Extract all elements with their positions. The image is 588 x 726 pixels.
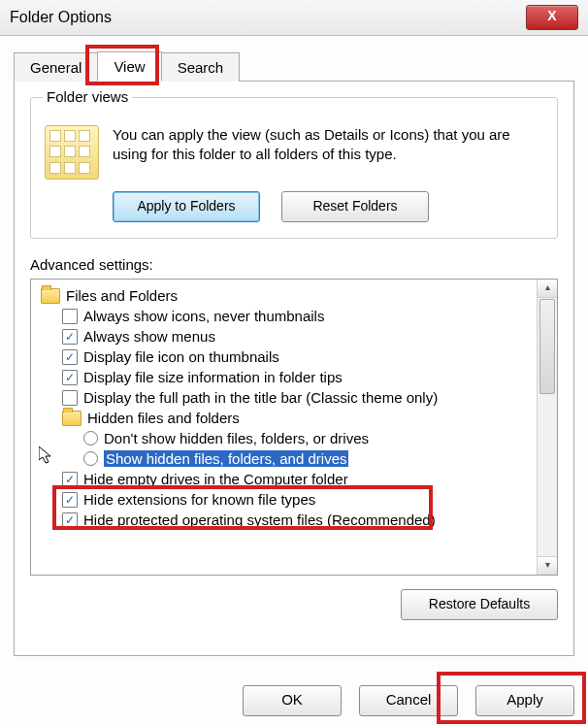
- reset-folders-button[interactable]: Reset Folders: [281, 191, 429, 222]
- apply-label: Apply: [506, 691, 543, 708]
- opt-hide-extensions[interactable]: Hide extensions for known file types: [41, 489, 534, 510]
- cursor-icon: [39, 446, 54, 466]
- checkbox-icon[interactable]: [62, 329, 78, 345]
- tab-search-label: Search: [178, 59, 224, 76]
- scroll-down-button[interactable]: ▾: [538, 556, 557, 575]
- opt-display-file-size[interactable]: Display file size information in folder …: [41, 367, 534, 387]
- cancel-label: Cancel: [386, 691, 432, 708]
- checkbox-icon[interactable]: [62, 309, 78, 324]
- opt-label: Hide protected operating system files (R…: [83, 512, 436, 528]
- advanced-settings-tree[interactable]: Files and Folders Always show icons, nev…: [30, 279, 558, 576]
- opt-hidden-show[interactable]: Show hidden files, folders, and drives: [41, 448, 534, 469]
- opt-label: Always show menus: [83, 328, 215, 345]
- opt-label: Always show icons, never thumbnails: [83, 308, 324, 324]
- apply-button[interactable]: Apply: [475, 685, 574, 716]
- ok-label: OK: [281, 691, 303, 708]
- opt-hidden-dont-show[interactable]: Don't show hidden files, folders, or dri…: [41, 428, 534, 448]
- opt-label: Don't show hidden files, folders, or dri…: [104, 430, 369, 446]
- ok-button[interactable]: OK: [243, 685, 342, 716]
- opt-label-selected: Show hidden files, folders, and drives: [104, 450, 348, 467]
- folder-views-legend: Folder views: [43, 88, 132, 105]
- opt-always-menus[interactable]: Always show menus: [41, 326, 534, 346]
- opt-hide-empty-drives[interactable]: Hide empty drives in the Computer folder: [41, 469, 534, 489]
- apply-to-folders-button[interactable]: Apply to Folders: [113, 191, 260, 222]
- opt-label: Display the full path in the title bar (…: [83, 389, 438, 406]
- group-label: Hidden files and folders: [87, 410, 240, 426]
- checkbox-icon[interactable]: [62, 390, 78, 406]
- checkbox-icon[interactable]: [62, 492, 78, 508]
- opt-always-icons[interactable]: Always show icons, never thumbnails: [41, 306, 534, 326]
- opt-label: Hide empty drives in the Computer folder: [83, 471, 348, 487]
- checkbox-icon[interactable]: [62, 370, 78, 385]
- tab-view-label: View: [114, 58, 145, 75]
- close-button[interactable]: X: [526, 5, 578, 30]
- folder-views-text: You can apply the view (such as Details …: [113, 125, 543, 180]
- tree-root-label: Files and Folders: [66, 287, 178, 304]
- group-hidden-files: Hidden files and folders: [41, 408, 534, 428]
- tab-body: Folder views You can apply the view (suc…: [14, 82, 574, 656]
- opt-label: Hide extensions for known file types: [83, 491, 315, 508]
- restore-defaults-button[interactable]: Restore Defaults: [401, 589, 558, 620]
- folder-views-group: Folder views You can apply the view (suc…: [30, 97, 558, 239]
- tree-scrollbar[interactable]: ▴ ▾: [537, 280, 557, 575]
- restore-defaults-label: Restore Defaults: [429, 596, 530, 611]
- tab-general-label: General: [30, 59, 82, 76]
- scroll-up-button[interactable]: ▴: [538, 280, 557, 298]
- window-title: Folder Options: [10, 9, 112, 26]
- cancel-button[interactable]: Cancel: [359, 685, 458, 716]
- tab-search[interactable]: Search: [161, 52, 241, 82]
- apply-to-folders-label: Apply to Folders: [137, 198, 235, 214]
- reset-folders-label: Reset Folders: [312, 198, 397, 214]
- tabstrip: General View Search: [14, 48, 574, 82]
- radio-icon[interactable]: [83, 431, 98, 446]
- close-icon: X: [547, 8, 556, 23]
- scroll-thumb[interactable]: [539, 299, 555, 394]
- opt-display-file-icon[interactable]: Display file icon on thumbnails: [41, 346, 534, 367]
- opt-hide-os-files[interactable]: Hide protected operating system files (R…: [41, 510, 534, 530]
- folder-thumbnail-icon: [45, 125, 99, 180]
- svg-marker-0: [39, 446, 50, 463]
- titlebar: Folder Options X: [0, 0, 588, 36]
- opt-display-full-path[interactable]: Display the full path in the title bar (…: [41, 387, 534, 408]
- radio-icon[interactable]: [83, 451, 98, 466]
- tab-general[interactable]: General: [14, 52, 98, 82]
- tree-root-files-folders: Files and Folders: [41, 285, 534, 306]
- checkbox-icon[interactable]: [62, 349, 78, 365]
- folder-icon: [41, 288, 60, 304]
- opt-label: Display file size information in folder …: [83, 369, 343, 385]
- tab-view[interactable]: View: [97, 51, 161, 82]
- dialog-button-row: OK Cancel Apply: [243, 685, 574, 716]
- folder-icon: [62, 411, 82, 426]
- checkbox-icon[interactable]: [62, 472, 78, 487]
- checkbox-icon[interactable]: [62, 512, 78, 528]
- advanced-settings-label: Advanced settings:: [30, 256, 558, 273]
- opt-label: Display file icon on thumbnails: [83, 348, 279, 365]
